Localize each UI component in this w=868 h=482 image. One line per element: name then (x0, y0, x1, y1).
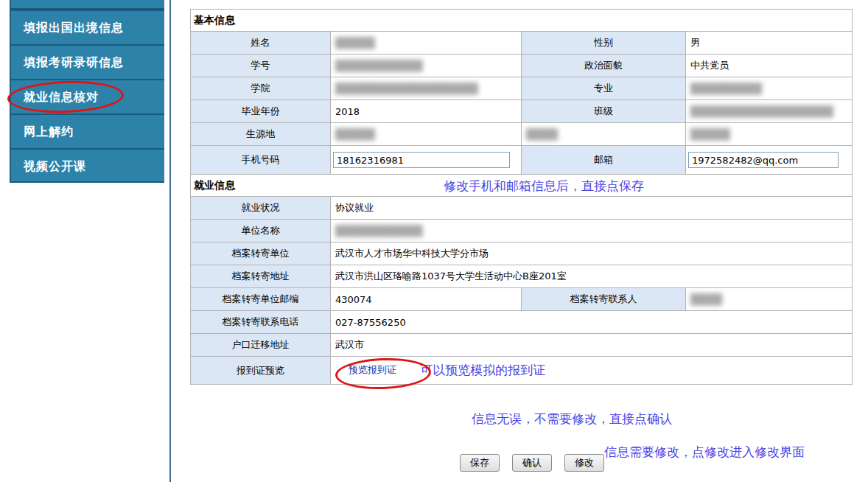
archive-contact-label: 档案转寄联系人 (522, 288, 686, 311)
cert-preview-label: 报到证预览 (191, 357, 331, 385)
hukou-address-value: 武汉市 (331, 334, 853, 357)
table-row: 手机号码 邮箱 (191, 146, 853, 175)
sidebar-item-employment-check[interactable]: 就业信息核对 (10, 79, 164, 113)
archive-zip-label: 档案转寄单位邮编 (191, 288, 331, 311)
employment-info-table: 基本信息 姓名 █████ 性别 男 学号 ███████████ 政治面貌 中… (190, 9, 853, 385)
table-row: 档案转寄单位 武汉市人才市场华中科技大学分市场 (191, 242, 853, 265)
annotation-confirm-hint: 信息无误，不需要修改，直接点确认 (472, 411, 672, 427)
table-row: 生源地 █████ ████ █████ (191, 123, 853, 146)
archive-unit-label: 档案转寄单位 (191, 242, 331, 265)
student-id-value-redacted: ███████████ (335, 60, 422, 71)
action-button-row: 保存 确认 修改 (460, 454, 604, 472)
college-value-redacted: ██████████████████ (335, 83, 478, 94)
email-input[interactable] (688, 152, 839, 168)
table-row: 学号 ███████████ 政治面貌 中共党员 (191, 55, 853, 77)
archive-zip-value: 430074 (331, 288, 522, 311)
archive-phone-value: 027-87556250 (331, 311, 853, 334)
table-row: 档案转寄联系电话 027-87556250 (191, 311, 853, 334)
archive-address-label: 档案转寄地址 (191, 265, 331, 288)
name-value-redacted: █████ (335, 37, 375, 49)
table-row: 姓名 █████ 性别 男 (191, 32, 853, 55)
modify-button[interactable]: 修改 (564, 454, 604, 472)
table-row: 学院 ██████████████████ 专业 █████████ (191, 77, 853, 100)
sidebar-item-abroad-info[interactable]: 填报出国出境信息 (10, 10, 164, 44)
content-divider-line (169, 0, 171, 482)
employment-status-label: 就业状况 (191, 197, 331, 220)
table-row: 单位名称 ███████████ (191, 220, 853, 242)
political-status-label: 政治面貌 (522, 55, 686, 77)
sidebar-nav: 填报出国出境信息 填报考研录研信息 就业信息核对 网上解约 视频公开课 (10, 0, 164, 183)
archive-address-value: 武汉市洪山区珞喻路1037号大学生活动中心B座201室 (331, 265, 853, 288)
annotation-save-hint: 修改手机和邮箱信息后，直接点保存 (444, 178, 644, 195)
annotation-preview-hint: 可以预览模拟的报到证 (420, 362, 545, 379)
section-basic-info: 基本信息 (191, 10, 853, 32)
origin-county-redacted: █████ (690, 128, 730, 140)
section-title-basic: 基本信息 (191, 10, 853, 32)
archive-contact-value-redacted: ████ (690, 293, 722, 305)
hukou-address-label: 户口迁移地址 (191, 334, 331, 357)
sidebar-item-video-course[interactable]: 视频公开课 (10, 148, 164, 183)
employment-status-value: 协议就业 (331, 197, 853, 220)
sidebar-item-postgrad-info[interactable]: 填报考研录研信息 (10, 44, 164, 79)
sidebar-item-partial[interactable] (10, 0, 164, 10)
page: 填报出国出境信息 填报考研录研信息 就业信息核对 网上解约 视频公开课 基本信息… (0, 0, 868, 482)
table-row: 毕业年份 2018 班级 ██████████████████ (191, 100, 853, 123)
table-row: 报到证预览 预览报到证 可以预览模拟的报到证 (191, 357, 853, 385)
company-label: 单位名称 (191, 220, 331, 242)
save-button[interactable]: 保存 (460, 454, 500, 472)
major-value-redacted: █████████ (690, 83, 762, 94)
grad-year-value: 2018 (331, 100, 522, 123)
section-title-employment: 就业信息 (194, 179, 235, 191)
name-label: 姓名 (191, 32, 331, 55)
class-label: 班级 (522, 100, 686, 123)
email-label: 邮箱 (522, 146, 686, 175)
gender-label: 性别 (522, 32, 686, 55)
table-row: 档案转寄单位邮编 430074 档案转寄联系人 ████ (191, 288, 853, 311)
archive-phone-label: 档案转寄联系电话 (191, 311, 331, 334)
origin-city-redacted: ████ (526, 128, 558, 140)
company-value-redacted: ███████████ (335, 225, 422, 237)
confirm-button[interactable]: 确认 (512, 454, 552, 472)
annotation-modify-hint: 信息需要修改，点修改进入修改界面 (604, 444, 805, 461)
grad-year-label: 毕业年份 (191, 100, 331, 123)
gender-value: 男 (686, 32, 853, 55)
sidebar-item-online-cancel[interactable]: 网上解约 (10, 113, 164, 148)
college-label: 学院 (191, 77, 331, 100)
class-value-redacted: ██████████████████ (690, 105, 833, 117)
student-id-label: 学号 (191, 55, 331, 77)
table-row: 就业状况 协议就业 (191, 197, 853, 220)
preview-cert-link[interactable]: 预览报到证 (349, 364, 396, 375)
major-label: 专业 (522, 77, 686, 100)
origin-label: 生源地 (191, 123, 331, 146)
archive-unit-value: 武汉市人才市场华中科技大学分市场 (331, 242, 853, 265)
origin-province-redacted: █████ (335, 128, 375, 140)
political-status-value: 中共党员 (686, 55, 853, 77)
mobile-input[interactable] (333, 152, 510, 168)
table-row: 档案转寄地址 武汉市洪山区珞喻路1037号大学生活动中心B座201室 (191, 265, 853, 288)
mobile-label: 手机号码 (191, 146, 331, 175)
section-employment-info: 就业信息 修改手机和邮箱信息后，直接点保存 (191, 175, 853, 197)
table-row: 户口迁移地址 武汉市 (191, 334, 853, 357)
